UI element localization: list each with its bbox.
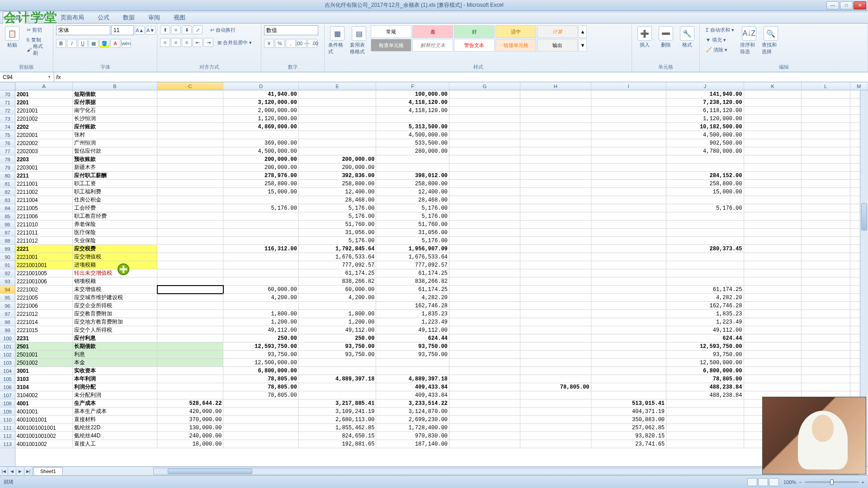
cell-G97[interactable] — [449, 310, 520, 318]
cell-G82[interactable] — [449, 188, 520, 196]
cell-D87[interactable] — [223, 229, 299, 237]
cell-J91[interactable] — [666, 261, 744, 269]
cell-K93[interactable] — [744, 277, 802, 286]
cell-F71[interactable]: 4,118,120.00 — [376, 99, 449, 107]
cell-F112[interactable]: 970,830.00 — [376, 432, 449, 440]
cell-E107[interactable] — [299, 391, 376, 399]
col-header-E[interactable]: E — [299, 82, 376, 90]
cell-B91[interactable]: 进项税额 — [73, 261, 157, 269]
page-layout-view-button[interactable] — [758, 478, 768, 486]
cell-B110[interactable]: 直接材料 — [73, 416, 157, 424]
cell-J89[interactable]: 280,373.45 — [666, 245, 744, 253]
cell-J74[interactable]: 10,182,500.00 — [666, 123, 744, 131]
cell-A71[interactable]: 2201 — [15, 99, 73, 107]
cell-H80[interactable] — [520, 172, 591, 180]
cell-J108[interactable] — [666, 399, 744, 408]
cell-H110[interactable] — [520, 416, 591, 424]
row-header[interactable]: 103 — [0, 359, 15, 367]
cell-C106[interactable] — [157, 383, 224, 391]
menu-tab-3[interactable]: 公式 — [91, 12, 116, 23]
cell-L90[interactable] — [802, 253, 850, 261]
cell-D86[interactable] — [223, 221, 299, 229]
format-cells-button[interactable]: 🔧格式 — [677, 25, 697, 49]
cell-C77[interactable] — [157, 147, 224, 155]
cell-D82[interactable]: 15,000.00 — [223, 188, 299, 196]
cell-B106[interactable]: 利润分配 — [73, 383, 157, 391]
cell-A112[interactable]: 4001001001002 — [15, 432, 73, 440]
cell-G98[interactable] — [449, 318, 520, 326]
cell-B75[interactable]: 张村 — [73, 131, 157, 139]
cell-G100[interactable] — [449, 334, 520, 343]
cell-C107[interactable] — [157, 391, 224, 399]
cell-H113[interactable] — [520, 440, 591, 448]
cell-F88[interactable]: 5,176.00 — [376, 237, 449, 245]
cell-I103[interactable] — [591, 359, 667, 367]
cell-L104[interactable] — [802, 367, 850, 375]
cell-C80[interactable] — [157, 172, 224, 180]
cell-G94[interactable] — [449, 286, 520, 294]
cell-J99[interactable]: 49,112.00 — [666, 326, 744, 334]
cell-L105[interactable] — [802, 375, 850, 383]
cell-K88[interactable] — [744, 237, 802, 245]
cell-L77[interactable] — [802, 147, 850, 155]
cell-C89[interactable] — [157, 245, 224, 253]
cell-A92[interactable]: 2221001005 — [15, 269, 73, 277]
cell-A100[interactable]: 2231 — [15, 334, 73, 343]
cell-F89[interactable]: 1,956,907.09 — [376, 245, 449, 253]
cell-D112[interactable] — [223, 432, 299, 440]
style-gallery-scroll[interactable]: ▲ — [579, 25, 587, 38]
cell-G112[interactable] — [449, 432, 520, 440]
cell-D85[interactable] — [223, 212, 299, 221]
cell-J102[interactable]: 93,750.00 — [666, 351, 744, 359]
cell-F94[interactable]: 61,174.25 — [376, 286, 449, 294]
cell-E104[interactable] — [299, 367, 376, 375]
cell-A70[interactable]: 2001 — [15, 90, 73, 99]
cell-D105[interactable]: 78,805.00 — [223, 375, 299, 383]
style-normal[interactable]: 常规 — [371, 25, 411, 38]
cell-B78[interactable]: 预收账款 — [73, 155, 157, 164]
row-header[interactable]: 80 — [0, 172, 15, 180]
cell-G92[interactable] — [449, 269, 520, 277]
cell-C96[interactable] — [157, 302, 224, 310]
cell-C100[interactable] — [157, 334, 224, 343]
cell-F92[interactable]: 61,174.25 — [376, 269, 449, 277]
cell-K78[interactable] — [744, 155, 802, 164]
cell-E86[interactable]: 51,760.00 — [299, 221, 376, 229]
style-linked[interactable]: 链接单元格 — [495, 39, 536, 52]
cell-H94[interactable] — [520, 286, 591, 294]
cell-L80[interactable] — [802, 172, 850, 180]
cell-L92[interactable] — [802, 269, 850, 277]
cell-H112[interactable] — [520, 432, 591, 440]
cell-L78[interactable] — [802, 155, 850, 164]
row-header[interactable]: 96 — [0, 302, 15, 310]
cell-H102[interactable] — [520, 351, 591, 359]
zoom-level[interactable]: 100% — [783, 479, 796, 485]
cell-E74[interactable] — [299, 123, 376, 131]
cell-K83[interactable] — [744, 196, 802, 204]
cell-G95[interactable] — [449, 294, 520, 302]
cell-G85[interactable] — [449, 212, 520, 221]
cell-B93[interactable]: 销项税额 — [73, 277, 157, 286]
cell-G76[interactable] — [449, 139, 520, 147]
cell-I97[interactable] — [591, 310, 667, 318]
cell-H101[interactable] — [520, 343, 591, 351]
cell-A74[interactable]: 2202 — [15, 123, 73, 131]
cell-L97[interactable] — [802, 310, 850, 318]
cell-H111[interactable] — [520, 424, 591, 432]
cell-J70[interactable]: 141,940.00 — [666, 90, 744, 99]
cell-B80[interactable]: 应付职工薪酬 — [73, 172, 157, 180]
cell-F109[interactable]: 3,124,870.00 — [376, 408, 449, 416]
row-header[interactable]: 95 — [0, 294, 15, 302]
cell-H99[interactable] — [520, 326, 591, 334]
cell-L71[interactable] — [802, 99, 850, 107]
style-good[interactable]: 好 — [454, 25, 495, 38]
cell-I91[interactable] — [591, 261, 667, 269]
cell-J96[interactable]: 162,746.28 — [666, 302, 744, 310]
cell-B77[interactable]: 暂估应付款 — [73, 147, 157, 155]
cell-I88[interactable] — [591, 237, 667, 245]
cell-J92[interactable] — [666, 269, 744, 277]
cell-C91[interactable] — [157, 261, 224, 269]
col-header-A[interactable]: A — [15, 82, 73, 90]
cell-J75[interactable]: 4,500,000.00 — [666, 131, 744, 139]
cell-I94[interactable] — [591, 286, 667, 294]
